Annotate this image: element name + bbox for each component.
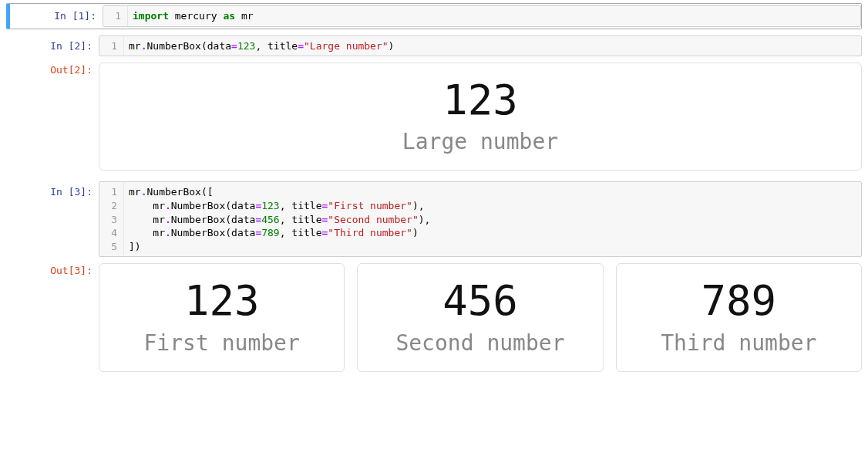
code-input[interactable]: 1 import mercury as mr [103,5,861,27]
number-box-title: Third number [624,330,853,356]
code-input[interactable]: 1 2 3 4 5 mr.NumberBox([ mr.NumberBox(da… [99,181,862,257]
output-cell-3: Out[3]: 123 First number 456 Second numb… [6,259,862,373]
number-box-value: 456 [365,278,594,323]
output-cell-2: Out[2]: 123 Large number [6,58,862,172]
output-area: 123 First number 456 Second number 789 T… [99,260,862,371]
out-prompt: Out[3]: [6,260,99,277]
line-gutter: 1 2 3 4 5 [99,182,124,256]
number-box-value: 123 [107,77,853,123]
number-box-value: 123 [107,278,336,323]
out-prompt: Out[2]: [6,59,99,76]
code-text[interactable]: import mercury as mr [128,6,860,26]
code-text[interactable]: mr.NumberBox(data=123, title="Large numb… [124,36,861,56]
output-area: 123 Large number [99,59,862,171]
line-gutter: 1 [99,36,124,56]
number-box: 789 Third number [616,263,862,371]
number-box-row: 123 First number 456 Second number 789 T… [99,263,862,371]
in-prompt: In [1]: [10,5,103,22]
number-box: 456 Second number [357,263,603,371]
number-box-title: First number [107,330,336,356]
code-text[interactable]: mr.NumberBox([ mr.NumberBox(data=123, ti… [124,182,861,256]
number-box: 123 Large number [99,63,862,171]
code-cell-3[interactable]: In [3]: 1 2 3 4 5 mr.NumberBox([ mr.Numb… [6,180,862,259]
code-cell-2[interactable]: In [2]: 1 mr.NumberBox(data=123, title="… [6,34,862,59]
number-box-title: Large number [107,129,853,154]
in-prompt: In [3]: [6,181,99,198]
in-prompt: In [2]: [6,35,99,52]
code-cell-1[interactable]: In [1]: 1 import mercury as mr [6,3,862,29]
code-input[interactable]: 1 mr.NumberBox(data=123, title="Large nu… [99,35,862,57]
number-box-title: Second number [365,330,594,356]
number-box: 123 First number [99,263,345,371]
line-gutter: 1 [103,6,128,26]
number-box-value: 789 [624,278,853,323]
